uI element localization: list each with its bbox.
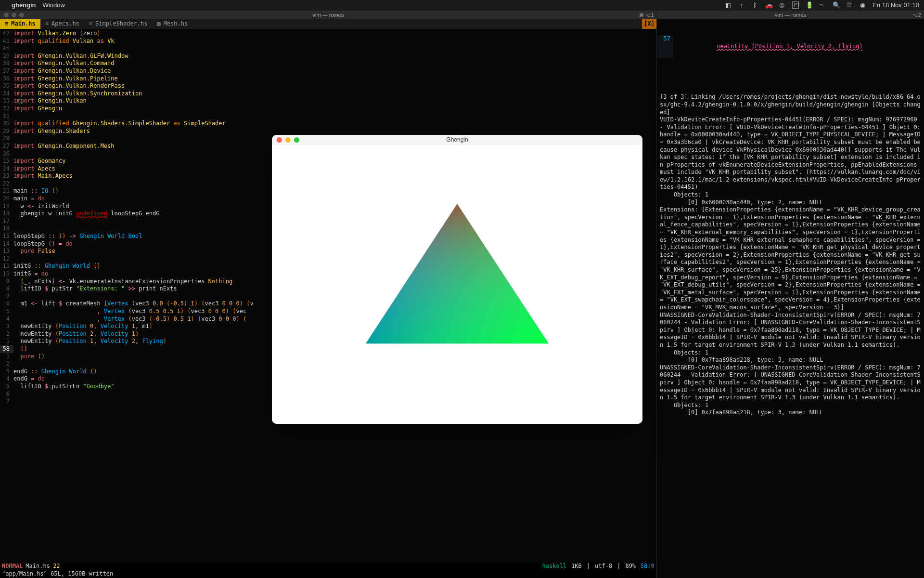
line-number: 3 (0, 323, 13, 330)
file-icon: ≡ (5, 20, 8, 28)
file-icon: ≡ (89, 20, 92, 28)
code-line[interactable]: 36import Ghengin.Vulkan.Pipeline (0, 75, 656, 83)
code-text: loopStepG () = do (13, 240, 73, 248)
line-number: 2 (0, 330, 13, 338)
code-line[interactable]: 40 (0, 45, 656, 53)
code-line[interactable]: 34import Ghengin.Vulkan.Synchronization (0, 90, 656, 98)
control-center-icon[interactable]: ☰ (846, 1, 853, 10)
code-line[interactable]: 35import Ghengin.Vulkan.RenderPass (0, 82, 656, 90)
window-titlebar[interactable]: Ghengin (272, 135, 642, 145)
context-function: newEntity (Position 1, Velocity 2, Flyin… (717, 43, 862, 50)
code-text: (_, nExts) <- Vk.enumerateInstanceExtens… (13, 278, 232, 286)
code-text: newEntity (Position 1, Velocity 2, Flyin… (13, 338, 167, 345)
spotlight-icon[interactable]: 🔍 (833, 1, 839, 10)
line-number: 6 (0, 300, 13, 308)
code-line[interactable]: 33import Ghengin.Vulkan (0, 97, 656, 105)
pane-shortcut: ⌘ ⌥1 (639, 12, 654, 18)
status-icon[interactable]: ↑ (738, 1, 745, 10)
traffic-lights[interactable] (4, 13, 24, 17)
line-number: 30 (0, 120, 13, 128)
line-number: 3 (0, 368, 13, 376)
car-icon[interactable]: 🚗 (765, 1, 772, 10)
code-line[interactable]: 41import qualified Vulkan as Vk (0, 38, 656, 45)
siri-icon[interactable]: ◉ (860, 1, 866, 10)
line-number: 14 (0, 240, 13, 248)
code-text: initG :: Ghengin World () (13, 263, 101, 270)
line-number: 6 (0, 391, 13, 398)
target-icon[interactable]: ◎ (779, 1, 785, 10)
status-linewarn: 22 (53, 563, 60, 570)
code-line[interactable]: 42import Vulkan.Zero (zero) (0, 30, 656, 38)
line-number: 31 (0, 113, 13, 120)
code-text: [] (13, 345, 27, 353)
tab-simpleshader-hs[interactable]: ≡ SimpleShader.hs (84, 19, 153, 29)
menubar-clock[interactable]: Fri 18 Nov 01:10 (873, 1, 919, 10)
code-text: loopStepG :: () -> Ghengin World Bool (13, 233, 142, 240)
code-line[interactable]: 32import Ghengin (0, 105, 656, 113)
tab-apecs-hs[interactable]: ≡ Apecs.hs (40, 19, 84, 29)
battery-icon[interactable]: 🔋 (806, 1, 812, 10)
code-text: import Ghengin.Vulkan.Command (13, 60, 115, 67)
code-text: import Ghengin.Vulkan.Pipeline (13, 75, 118, 83)
line-number: 36 (0, 75, 13, 83)
input-source[interactable]: PT (792, 1, 799, 9)
file-icon: ▧ (157, 20, 160, 28)
line-number: 33 (0, 97, 13, 105)
terminal-title: vim — romes (313, 12, 344, 18)
line-number: 23 (0, 172, 13, 180)
bluetooth-icon[interactable]: ᛒ (752, 1, 758, 10)
code-text: w <- initWorld (13, 203, 69, 210)
line-number: 34 (0, 90, 13, 98)
tab-close-indicator[interactable]: [X] (642, 19, 656, 29)
tab-main-hs[interactable]: ≡ Main.hs (0, 19, 40, 29)
build-log[interactable]: 57 newEntity (Position 1, Velocity 2, Fl… (657, 19, 924, 578)
pane-shortcut: ⌥2 (912, 12, 921, 18)
line-number: 24 (0, 165, 13, 173)
code-text: newEntity (Position 0, Velocity 1, m1) (13, 323, 153, 330)
code-line[interactable]: 29import Ghengin.Shaders (0, 128, 656, 135)
status-file: Main.hs (26, 563, 50, 570)
code-text: import Ghengin.Vulkan.GLFW.Window (13, 53, 128, 60)
vim-statusline: NORMAL Main.hs 22 haskell 1KB | utf-8 | … (0, 563, 656, 570)
code-text: import Ghengin.Vulkan (13, 97, 87, 105)
line-number: 35 (0, 82, 13, 90)
ghengin-window[interactable]: Ghengin (272, 135, 642, 424)
window-title: Ghengin (272, 136, 642, 144)
tab-mesh-hs[interactable]: ▧ Mesh.hs (152, 19, 192, 29)
line-number: 38 (0, 60, 13, 67)
line-number: 11 (0, 263, 13, 270)
code-text: newEntity (Position 2, Velocity 1) (13, 330, 139, 338)
terminal-titlebar: vim — romes ⌥2 (657, 11, 924, 19)
code-text: import qualified Vulkan as Vk (13, 38, 115, 45)
line-number: 42 (0, 30, 13, 38)
line-number: 8 (0, 285, 13, 293)
svg-marker-2 (366, 204, 549, 344)
code-text: m1 <- lift $ createMesh [Vertex (vec3 0.… (13, 300, 254, 308)
code-line[interactable]: 31 (0, 113, 656, 120)
line-number: 41 (0, 38, 13, 45)
line-number: 19 (0, 203, 13, 210)
line-number: 1 (0, 338, 13, 345)
app-name[interactable]: ghengin (12, 1, 36, 10)
code-text: import Ghengin.Vulkan.RenderPass (13, 82, 125, 90)
code-text: liftIO $ putStrLn "Goodbye" (13, 383, 115, 391)
line-number: 1 (0, 353, 13, 361)
line-number: 27 (0, 143, 13, 150)
code-line[interactable]: 30import qualified Ghengin.Shaders.Simpl… (0, 120, 656, 128)
vim-mode: NORMAL (2, 563, 23, 570)
wifi-icon[interactable]: ᯤ (819, 1, 826, 10)
status-encoding: utf-8 (595, 563, 612, 570)
status-pos: 58:0 (641, 563, 654, 570)
code-text: pure () (13, 353, 45, 361)
line-number: 7 (0, 398, 13, 406)
status-filetype: haskell (542, 563, 567, 570)
code-line[interactable]: 37import Ghengin.Vulkan.Device (0, 67, 656, 75)
code-text: endG :: Ghengin World () (13, 368, 97, 376)
menu-window[interactable]: Window (43, 1, 65, 10)
buffer-tabbar: ≡ Main.hs ≡ Apecs.hs ≡ SimpleShader.hs ▧… (0, 19, 656, 29)
code-line[interactable]: 39import Ghengin.Vulkan.GLFW.Window (0, 53, 656, 60)
status-icon[interactable]: ◧ (725, 1, 732, 10)
code-text: import Ghengin.Vulkan.Synchronization (13, 90, 142, 98)
code-line[interactable]: 38import Ghengin.Vulkan.Command (0, 60, 656, 67)
triangle-render (272, 145, 642, 424)
